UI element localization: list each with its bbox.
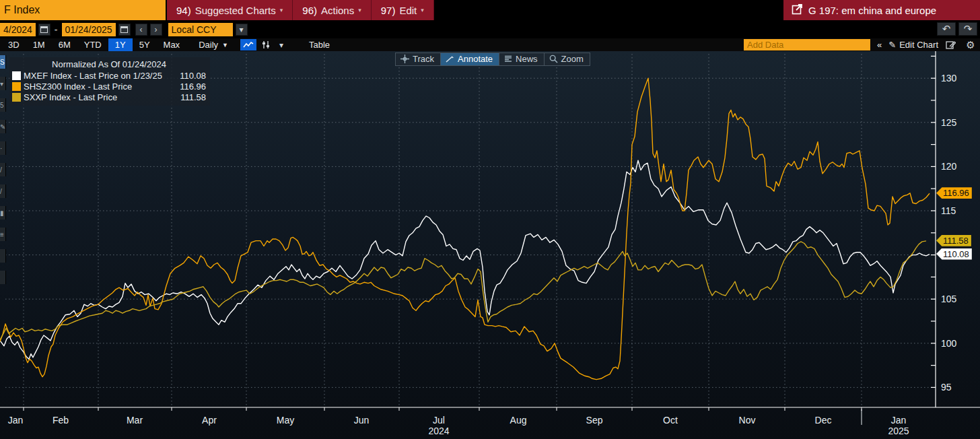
chart-edit-icon[interactable] [942,39,958,50]
currency-select[interactable]: Local CCY [168,23,233,36]
date-range-dash: - [53,24,59,35]
zoom-button[interactable]: Zoom [544,53,590,66]
x-axis-month-label: Jul [433,415,445,426]
date-range-bar: 4/2024 - 01/24/2025 ‹ › Local CCY ▾ ↶ ↷ [0,20,980,38]
zoom-magnifier-icon [549,55,558,63]
legend-row: MXEF Index - Last Price on 1/23/25 110.0… [12,70,206,81]
redo-button[interactable]: ↷ [958,22,977,36]
y-axis-label: 115 [941,205,956,216]
toolbar-fragment-icon[interactable]: ✎ [0,120,6,133]
date-from-input[interactable]: 4/2024 [0,23,36,36]
chart-tools: TrackAnnotateNewsZoom [396,53,590,66]
menu-item-edit[interactable]: 97)Edit▾ [372,0,434,20]
x-axis-month-label: Sep [586,415,603,426]
currency-caret-icon[interactable]: ▾ [236,24,248,36]
next-period-button[interactable]: › [150,24,162,36]
series-swatch [12,93,21,102]
toolbar-fragment-icon[interactable]: ≡ [0,228,6,241]
last-price-badge: 116.96 [936,187,972,199]
toolbar-fragment-icon[interactable]: 5 [0,98,6,112]
toolbar-fragment-icon[interactable]: / [0,163,6,176]
chart-legend: Normalized As Of 01/24/2024 MXEF Index -… [9,57,210,106]
range-tabs: 3D1M6MYTD1Y5YMax [1,38,186,51]
x-axis-month-label: Feb [53,415,69,426]
last-price-badge: 110.08 [936,248,972,260]
chevron-down-icon: ▾ [358,7,361,13]
x-axis-month-label: Aug [510,415,527,426]
menu-group: 94)Suggested Charts▾96)Actions▾97)Edit▾ [167,0,434,20]
x-axis-month-label: Dec [815,415,832,426]
line-chart-type-button[interactable] [240,39,256,50]
track-button[interactable]: Track [395,53,441,66]
legend-title: Normalized As Of 01/24/2024 [12,59,206,70]
x-axis-month-label: Nov [739,415,756,426]
toolbar-fragment-icon[interactable]: / [0,184,6,198]
chevron-down-icon: ▾ [421,7,424,13]
sort-settings-icon[interactable] [258,39,274,50]
range-tab-5y[interactable]: 5Y [133,38,157,51]
range-tab-max[interactable]: Max [157,38,187,51]
x-axis-month-label: Mar [127,415,143,426]
y-axis-label: 125 [941,117,956,128]
chart-title-panel: G 197: em china and europe [783,0,980,20]
table-button[interactable]: Table [302,38,337,51]
range-tab-3d[interactable]: 3D [1,38,26,51]
toolbar-fragment-icon[interactable]: ▮ [0,206,6,220]
toolbar-fragment-icon[interactable]: · [0,141,6,155]
gear-icon[interactable]: ⚙ [963,39,979,50]
x-axis-month-label: May [277,415,294,426]
chart-area: S▾5✎·//▮≡ Normalized As Of 01/24/2024 MX… [0,51,980,439]
series-swatch [12,82,21,91]
chevron-down-icon: ▾ [280,7,283,13]
x-axis-month-label: Apr [202,415,217,426]
add-data-input[interactable]: Add Data [744,39,870,50]
y-axis-label: 105 [941,294,956,304]
annotation-toolbar-strip[interactable]: S▾5✎·//▮≡ [0,55,6,284]
edit-chart-button[interactable]: ✎ Edit Chart [888,40,938,50]
calendar-icon[interactable] [118,24,131,36]
x-axis-month-label: Jan [8,415,24,426]
news-lines-icon [504,55,512,63]
prev-period-button[interactable]: ‹ [135,24,147,36]
x-axis-month-label: Oct [663,415,678,426]
period-dropdown[interactable]: Daily ▼ [193,40,234,50]
menu-item-suggested-charts[interactable]: 94)Suggested Charts▾ [167,0,293,20]
x-axis-year-label: 2025 [888,426,909,436]
top-menu-bar: F Index 94)Suggested Charts▾96)Actions▾9… [0,0,980,20]
legend-row: SXXP Index - Last Price 111.58 [12,92,206,102]
legend-row: SHSZ300 Index - Last Price 116.96 [12,81,206,92]
range-tab-1m[interactable]: 1M [26,38,52,51]
undo-button[interactable]: ↶ [937,22,956,36]
menu-item-actions[interactable]: 96)Actions▾ [293,0,371,20]
x-axis-month-label: Jan [891,415,907,426]
y-axis-label: 120 [941,161,956,172]
series-swatch [12,71,21,80]
toolbar-fragment-icon[interactable] [0,249,6,263]
x-axis-year-label: 2024 [428,426,449,436]
chevron-down-icon: ▼ [222,42,228,48]
collapse-panel-button[interactable]: « [874,40,884,50]
toolbar-fragment-icon[interactable]: S [0,55,6,69]
annotate-pencil-icon [446,55,454,63]
calendar-icon[interactable] [38,24,50,36]
security-input[interactable]: F Index [0,0,167,20]
date-to-input[interactable]: 01/24/2025 [62,23,116,36]
x-axis-month-label: Jun [354,415,370,426]
range-tab-6m[interactable]: 6M [52,38,77,51]
price-chart-plot[interactable] [0,51,980,439]
range-tab-ytd[interactable]: YTD [77,38,108,51]
annotate-button[interactable]: Annotate [440,53,499,66]
range-tab-1y[interactable]: 1Y [108,38,133,51]
chart-toolbar: 3D1M6MYTD1Y5YMax Daily ▼ ▾ Table Add Dat… [0,38,980,51]
pencil-icon: ✎ [888,40,896,50]
y-axis-label: 100 [941,338,956,349]
y-axis-label: 130 [941,73,956,83]
export-icon[interactable] [792,3,803,17]
toolbar-fragment-icon[interactable]: ▾ [0,77,6,90]
track-crosshair-icon [400,55,409,63]
chart-type-caret-icon[interactable]: ▾ [275,39,287,50]
last-price-badge: 111.58 [936,235,971,246]
toolbar-fragment-icon[interactable] [0,271,6,284]
news-button[interactable]: News [499,53,545,66]
chart-title: G 197: em china and europe [808,5,936,16]
